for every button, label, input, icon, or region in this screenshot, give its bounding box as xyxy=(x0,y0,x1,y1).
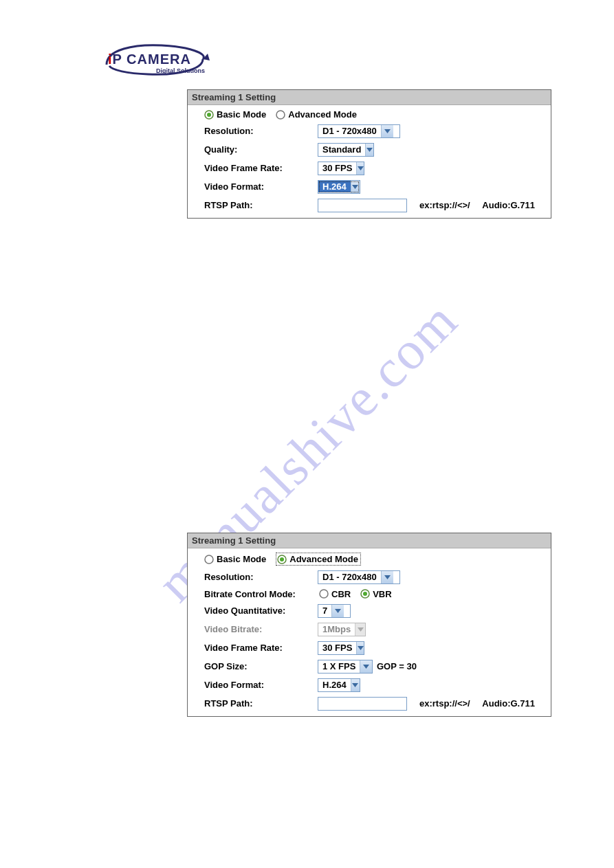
resolution-label: Resolution: xyxy=(204,126,318,136)
chevron-down-icon xyxy=(356,162,364,175)
svg-point-12 xyxy=(320,590,328,598)
mode-basic-option[interactable]: Basic Mode xyxy=(204,109,266,120)
format-value: H.264 xyxy=(318,679,351,691)
rtsp-hint: ex:rtsp://<>/ Audio:G.711 xyxy=(419,200,535,210)
panel-title: Streaming 1 Setting xyxy=(188,90,551,105)
radio-selected-icon xyxy=(360,589,370,599)
svg-marker-16 xyxy=(358,627,364,632)
svg-point-14 xyxy=(363,592,367,596)
svg-point-3 xyxy=(276,111,285,119)
rtsp-hint-audio: Audio:G.711 xyxy=(482,698,535,709)
svg-marker-18 xyxy=(363,665,369,669)
quant-value: 7 xyxy=(318,605,331,616)
format-label: Video Format: xyxy=(204,181,318,192)
svg-marker-11 xyxy=(384,575,391,579)
radio-unselected-icon xyxy=(204,555,214,564)
radio-selected-icon xyxy=(277,555,287,564)
framerate-select[interactable]: 30 FPS xyxy=(318,641,364,655)
bitrate-vbr-label: VBR xyxy=(373,589,391,599)
mode-radio-row: Basic Mode Advanced Mode xyxy=(188,105,551,122)
logo-tagline: Digital Solutions xyxy=(156,67,205,74)
chevron-down-icon xyxy=(381,125,393,137)
svg-marker-19 xyxy=(352,683,358,687)
gop-label: GOP Size: xyxy=(204,661,318,671)
svg-marker-5 xyxy=(366,148,373,152)
rtsp-hint: ex:rtsp://<>/ Audio:G.711 xyxy=(419,698,535,709)
streaming-1-basic-panel: Streaming 1 Setting Basic Mode Advanced … xyxy=(187,89,551,219)
mode-basic-option[interactable]: Basic Mode xyxy=(204,554,266,564)
chevron-down-icon xyxy=(331,605,344,617)
svg-marker-7 xyxy=(352,185,358,189)
format-value: H.264 xyxy=(318,181,351,192)
framerate-label: Video Frame Rate: xyxy=(204,163,318,173)
rtsp-input[interactable] xyxy=(318,199,407,212)
mode-basic-label: Basic Mode xyxy=(217,109,266,120)
format-select[interactable]: H.264 xyxy=(318,180,360,194)
logo-brand-text: P CAMERA xyxy=(113,52,191,67)
bitrate-cbr-option[interactable]: CBR xyxy=(319,589,351,599)
framerate-value: 30 FPS xyxy=(318,162,356,174)
mode-advanced-option[interactable]: Advanced Mode xyxy=(276,553,361,566)
mode-advanced-label: Advanced Mode xyxy=(289,554,358,564)
svg-point-8 xyxy=(205,555,213,564)
chevron-down-icon xyxy=(351,181,360,193)
chevron-down-icon xyxy=(365,144,373,156)
rtsp-hint-audio: Audio:G.711 xyxy=(482,200,535,210)
framerate-value: 30 FPS xyxy=(318,642,356,654)
bitrate-select: 1Mbps xyxy=(318,623,366,636)
mode-advanced-label: Advanced Mode xyxy=(288,109,357,120)
gop-select[interactable]: 1 X FPS xyxy=(318,660,373,674)
svg-point-2 xyxy=(207,113,211,117)
chevron-down-icon xyxy=(355,623,365,636)
rtsp-input[interactable] xyxy=(318,697,407,711)
rtsp-hint-ex: ex:rtsp://<>/ xyxy=(419,698,470,709)
quality-select[interactable]: Standard xyxy=(318,143,374,157)
resolution-select[interactable]: D1 - 720x480 xyxy=(318,124,400,138)
svg-marker-6 xyxy=(358,166,364,170)
bitrate-vbr-option[interactable]: VBR xyxy=(360,589,391,599)
mode-advanced-option[interactable]: Advanced Mode xyxy=(276,109,357,120)
resolution-value: D1 - 720x480 xyxy=(318,571,381,583)
bitrate-mode-label: Bitrate Control Mode: xyxy=(204,589,318,599)
resolution-select[interactable]: D1 - 720x480 xyxy=(318,570,400,584)
svg-marker-15 xyxy=(335,609,341,613)
radio-selected-icon xyxy=(204,110,214,120)
bitrate-cbr-label: CBR xyxy=(331,589,351,599)
mode-radio-row: Basic Mode Advanced Mode xyxy=(188,548,551,568)
rtsp-hint-ex: ex:rtsp://<>/ xyxy=(419,200,470,210)
chevron-down-icon xyxy=(381,571,393,583)
bitrate-label: Video Bitrate: xyxy=(204,624,318,634)
chevron-down-icon xyxy=(356,642,364,654)
quant-select[interactable]: 7 xyxy=(318,604,351,618)
framerate-label: Video Frame Rate: xyxy=(204,643,318,653)
radio-unselected-icon xyxy=(276,110,285,120)
format-select[interactable]: H.264 xyxy=(318,678,360,692)
radio-unselected-icon xyxy=(319,589,329,599)
brand-logo: iP CAMERA Digital Solutions xyxy=(100,41,217,82)
resolution-label: Resolution: xyxy=(204,572,318,582)
panel-title: Streaming 1 Setting xyxy=(188,533,551,548)
chevron-down-icon xyxy=(351,679,360,691)
svg-marker-17 xyxy=(358,646,364,650)
format-label: Video Format: xyxy=(204,680,318,690)
quality-label: Quality: xyxy=(204,144,318,155)
rtsp-label: RTSP Path: xyxy=(204,200,318,210)
framerate-select[interactable]: 30 FPS xyxy=(318,162,364,175)
gop-value: 1 X FPS xyxy=(318,660,360,672)
quality-value: Standard xyxy=(318,144,365,155)
resolution-value: D1 - 720x480 xyxy=(318,125,381,137)
svg-marker-4 xyxy=(384,129,391,133)
mode-basic-label: Basic Mode xyxy=(217,554,266,564)
gop-note: GOP = 30 xyxy=(377,661,417,671)
bitrate-value: 1Mbps xyxy=(318,623,355,635)
rtsp-label: RTSP Path: xyxy=(204,698,318,709)
chevron-down-icon xyxy=(360,660,372,673)
quant-label: Video Quantitative: xyxy=(204,605,318,616)
svg-point-10 xyxy=(280,557,284,561)
streaming-1-advanced-panel: Streaming 1 Setting Basic Mode Advanced … xyxy=(187,533,551,717)
